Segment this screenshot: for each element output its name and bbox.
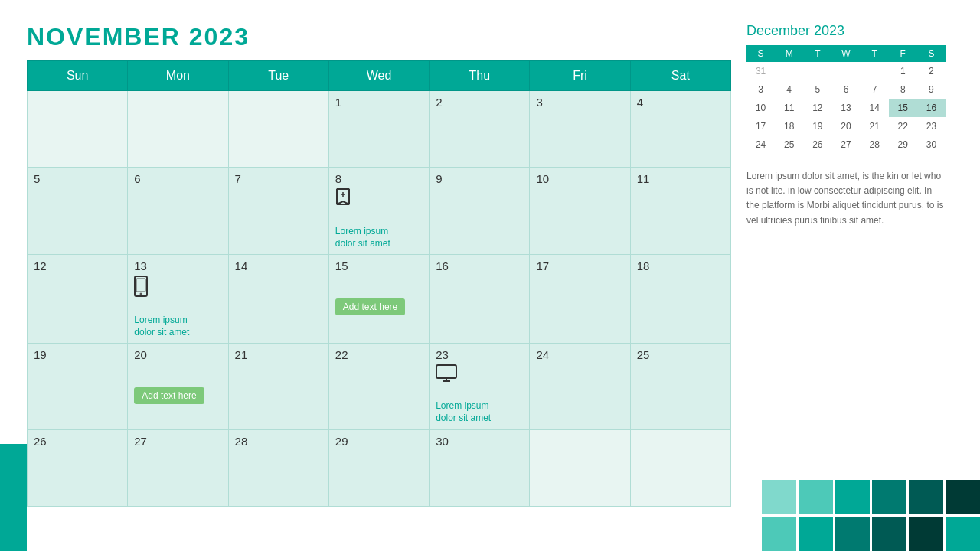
svg-rect-7	[136, 279, 145, 292]
deco-block	[909, 480, 943, 514]
deco-block	[946, 480, 980, 514]
day-number: 19	[34, 348, 121, 361]
calendar-cell: 7	[228, 168, 328, 255]
calendar-cell: 24	[530, 344, 630, 429]
deco-block	[946, 517, 980, 551]
col-thu: Thu	[430, 61, 530, 91]
calendar-cell: 9	[430, 168, 530, 255]
mini-col-w: W	[831, 45, 860, 62]
deco-block	[872, 517, 906, 551]
calendar-cell: 8 Lorem ipsum dolor sit amet	[328, 168, 429, 255]
calendar-cell: 30	[430, 429, 530, 506]
calendar-cell: 11	[630, 168, 730, 255]
deco-block	[762, 517, 796, 551]
calendar-cell: 2	[430, 91, 530, 168]
calendar-cell: 18	[630, 255, 730, 344]
calendar-cell: 26	[28, 429, 128, 506]
day-number: 10	[536, 172, 623, 185]
day-number: 29	[335, 435, 423, 448]
day-number: 13	[134, 259, 221, 272]
mini-cal-cell: 22	[889, 117, 917, 135]
calendar-cell: 5	[28, 168, 128, 255]
event-badge[interactable]: Add text here	[335, 298, 405, 315]
mini-cal-cell: 2	[917, 62, 946, 80]
calendar-cell	[128, 91, 228, 168]
mini-cal-cell	[831, 62, 860, 80]
col-sun: Sun	[28, 61, 128, 91]
mini-cal-title: December 2023	[746, 23, 965, 39]
mini-cal-cell: 5	[803, 80, 831, 99]
day-number: 3	[536, 96, 623, 109]
day-number: 24	[536, 348, 623, 361]
mini-cal-cell: 8	[889, 80, 917, 99]
calendar-cell: 17	[530, 255, 630, 344]
mini-cal-cell: 6	[831, 80, 860, 99]
mini-cal-cell: 26	[803, 135, 831, 154]
sidebar-description: Lorem ipsum dolor sit amet, is the kin o…	[746, 169, 946, 228]
mini-cal-cell: 25	[775, 135, 803, 154]
calendar-cell: 12	[28, 255, 128, 344]
deco-block	[799, 517, 833, 551]
deco-block	[835, 480, 870, 514]
col-tue: Tue	[228, 61, 328, 91]
mini-cal-cell: 7	[861, 80, 889, 99]
mini-cal-cell: 17	[746, 117, 775, 135]
calendar-week-row: 1234	[28, 91, 731, 168]
day-number: 1	[335, 96, 423, 109]
mini-cal-cell	[803, 62, 831, 80]
mini-cal-cell	[775, 62, 803, 80]
mini-cal-row: 10111213141516	[746, 99, 946, 117]
bottom-decoration	[762, 480, 980, 551]
calendar-section: NOVEMBER 2023 Sun Mon Tue Wed Thu Fri Sa…	[27, 23, 731, 507]
calendar-week-row: 1213 Lorem ipsum dolor sit amet1415Add t…	[28, 255, 731, 344]
day-number: 14	[235, 259, 322, 272]
main-container: NOVEMBER 2023 Sun Mon Tue Wed Thu Fri Sa…	[0, 0, 980, 507]
col-wed: Wed	[328, 61, 429, 91]
mini-cal-cell: 12	[803, 99, 831, 117]
mini-calendar: S M T W T F S 31123456789101112131415161…	[746, 45, 946, 154]
mini-cal-cell: 19	[803, 117, 831, 135]
day-number: 25	[637, 348, 724, 361]
mini-cal-cell: 27	[831, 135, 860, 154]
day-number: 8	[335, 172, 423, 185]
event-badge[interactable]: Add text here	[134, 387, 204, 404]
day-number: 28	[235, 435, 322, 448]
calendar-cell: 15Add text here	[328, 255, 429, 344]
mini-cal-cell: 18	[775, 117, 803, 135]
mini-col-t1: T	[803, 45, 831, 62]
mini-cal-cell: 30	[917, 135, 946, 154]
monitor-icon	[436, 364, 523, 385]
mini-cal-cell: 10	[746, 99, 775, 117]
calendar-cell: 20Add text here	[128, 344, 228, 429]
mini-cal-cell: 4	[775, 80, 803, 99]
deco-block	[835, 517, 870, 551]
calendar-cell: 19	[28, 344, 128, 429]
col-sat: Sat	[630, 61, 730, 91]
mini-col-s1: S	[746, 45, 775, 62]
mini-cal-cell: 31	[746, 62, 775, 80]
phone-icon	[134, 276, 221, 299]
day-number: 6	[134, 172, 221, 185]
calendar-cell	[228, 91, 328, 168]
day-number: 15	[335, 259, 423, 272]
left-decoration	[0, 444, 27, 551]
calendar-table: Sun Mon Tue Wed Thu Fri Sat 12345678 Lor…	[27, 60, 731, 507]
calendar-cell: 29	[328, 429, 429, 506]
mini-cal-cell: 29	[889, 135, 917, 154]
mini-cal-cell: 11	[775, 99, 803, 117]
calendar-cell: 10	[530, 168, 630, 255]
calendar-cell: 3	[530, 91, 630, 168]
day-number: 26	[34, 435, 121, 448]
mini-cal-cell	[861, 62, 889, 80]
day-number: 9	[436, 172, 523, 185]
event-text: Lorem ipsum dolor sit amet	[436, 400, 523, 424]
mini-cal-cell: 24	[746, 135, 775, 154]
mini-cal-cell: 16	[917, 99, 946, 117]
calendar-cell: 25	[630, 344, 730, 429]
day-number: 11	[637, 172, 724, 185]
calendar-cell	[630, 429, 730, 506]
day-number: 16	[436, 259, 523, 272]
mini-cal-cell: 1	[889, 62, 917, 80]
mini-cal-row: 24252627282930	[746, 135, 946, 154]
day-number: 2	[436, 96, 523, 109]
